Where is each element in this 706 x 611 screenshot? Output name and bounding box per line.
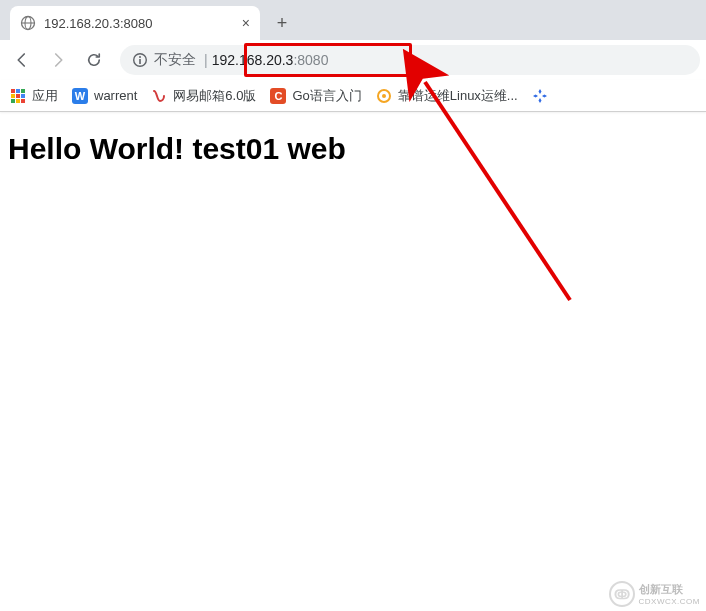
separator: |: [204, 52, 208, 68]
bookmark-label: 网易邮箱6.0版: [173, 87, 256, 105]
url-port: :8080: [293, 52, 328, 68]
insecure-label: 不安全: [154, 51, 196, 69]
apps-button[interactable]: 应用: [10, 87, 58, 105]
svg-rect-8: [21, 89, 25, 93]
bookmark-item[interactable]: 网易邮箱6.0版: [151, 87, 256, 105]
bookmark-label: 靠谱运维Linux运维...: [398, 87, 518, 105]
svg-rect-13: [16, 99, 20, 103]
bookmark-item[interactable]: C Go语言入门: [270, 87, 361, 105]
browser-tab[interactable]: 192.168.20.3:8080 ×: [10, 6, 260, 40]
bookmarks-bar: 应用 W warrent 网易邮箱6.0版 C Go语言入门 靠谱运维Linux…: [0, 80, 706, 112]
back-button[interactable]: [6, 44, 38, 76]
svg-rect-9: [11, 94, 15, 98]
reload-button[interactable]: [78, 44, 110, 76]
watermark-sub: CDXWCX.COM: [639, 597, 700, 606]
url-host: 192.168.20.3: [212, 52, 294, 68]
tab-title: 192.168.20.3:8080: [44, 16, 152, 31]
watermark: ↂ 创新互联 CDXWCX.COM: [609, 581, 700, 607]
svg-rect-12: [11, 99, 15, 103]
new-tab-button[interactable]: +: [268, 9, 296, 37]
page-content: Hello World! test01 web: [0, 112, 706, 186]
info-icon: [132, 52, 148, 68]
watermark-brand: 创新互联: [639, 582, 700, 597]
bookmark-icon: W: [72, 88, 88, 104]
apps-label: 应用: [32, 87, 58, 105]
bookmark-item[interactable]: [532, 88, 548, 104]
tab-strip: 192.168.20.3:8080 × +: [0, 0, 706, 40]
apps-icon: [10, 88, 26, 104]
svg-point-16: [382, 94, 386, 98]
bookmark-icon: C: [270, 88, 286, 104]
toolbar: 不安全 | 192.168.20.3:8080: [0, 40, 706, 80]
svg-rect-10: [16, 94, 20, 98]
forward-button[interactable]: [42, 44, 74, 76]
bookmark-icon: [532, 88, 548, 104]
bookmark-icon: [376, 88, 392, 104]
page-heading: Hello World! test01 web: [8, 132, 698, 166]
svg-rect-7: [16, 89, 20, 93]
svg-rect-6: [11, 89, 15, 93]
watermark-logo-icon: ↂ: [609, 581, 635, 607]
bookmark-label: Go语言入门: [292, 87, 361, 105]
svg-point-4: [139, 56, 141, 58]
close-icon[interactable]: ×: [242, 16, 250, 30]
globe-icon: [20, 15, 36, 31]
svg-rect-14: [21, 99, 25, 103]
bookmark-label: warrent: [94, 88, 137, 103]
bookmark-item[interactable]: W warrent: [72, 88, 137, 104]
address-bar[interactable]: 不安全 | 192.168.20.3:8080: [120, 45, 700, 75]
bookmark-icon: [151, 88, 167, 104]
svg-rect-5: [139, 59, 141, 64]
bookmark-item[interactable]: 靠谱运维Linux运维...: [376, 87, 518, 105]
svg-rect-11: [21, 94, 25, 98]
